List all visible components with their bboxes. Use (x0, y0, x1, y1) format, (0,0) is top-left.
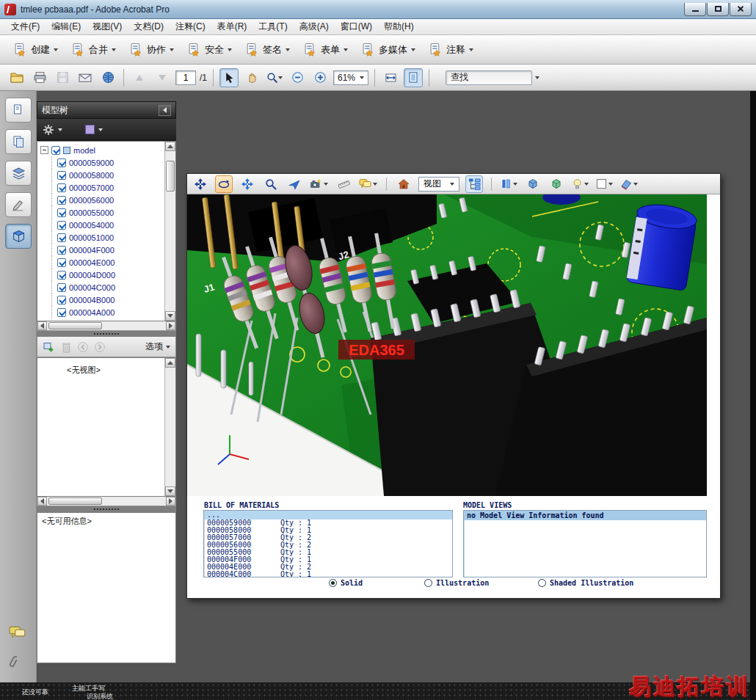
comment-3d-button[interactable] (358, 175, 378, 193)
spin-tool-button[interactable] (215, 175, 233, 193)
gear-icon[interactable] (43, 124, 54, 136)
menu-item[interactable]: 表单(R) (212, 19, 252, 34)
checkbox-checked-icon[interactable] (57, 271, 66, 280)
zoom-tool-button[interactable] (262, 175, 280, 193)
model-tree-item[interactable]: 0000058000 (51, 169, 164, 181)
open-button[interactable] (7, 68, 26, 87)
comments-panel-button[interactable] (9, 625, 26, 640)
pan-tool-button[interactable] (239, 175, 256, 193)
checkbox-checked-icon[interactable] (57, 158, 66, 167)
model-tree-item[interactable]: 0000055000 (51, 206, 164, 219)
page-number-input[interactable] (175, 70, 196, 85)
next-page-button[interactable] (153, 68, 172, 87)
projection-button[interactable] (524, 175, 542, 193)
checkbox-checked-icon[interactable] (57, 308, 66, 317)
signatures-panel-button[interactable] (5, 192, 32, 217)
menu-item[interactable]: 视图(V) (87, 19, 127, 34)
print-button[interactable] (30, 68, 49, 87)
lighting-button[interactable] (571, 175, 589, 193)
scroll-left-button[interactable] (37, 497, 47, 506)
radio-icon[interactable] (538, 579, 546, 587)
hand-tool-button[interactable] (242, 68, 261, 87)
model-tree-item[interactable]: 000004D000 (51, 269, 164, 281)
model-tree-item[interactable]: 000004A000 (51, 306, 164, 318)
model-tree-item[interactable]: 0000056000 (51, 194, 164, 206)
animation-button[interactable] (500, 175, 518, 193)
checkbox-checked-icon[interactable] (57, 246, 66, 255)
viewport-3d[interactable]: J1 J2 (187, 194, 705, 496)
scrollbar-thumb[interactable] (166, 161, 175, 192)
model-tree-item[interactable]: 0000051000 (51, 231, 164, 244)
model-tree-item[interactable]: 0000054000 (51, 219, 164, 231)
checkbox-checked-icon[interactable] (57, 171, 66, 180)
chevron-down-icon[interactable] (58, 128, 62, 131)
scroll-right-button[interactable] (166, 497, 175, 506)
fit-page-button[interactable] (404, 68, 423, 87)
menu-item[interactable]: 帮助(H) (379, 19, 419, 34)
render-mode-button[interactable] (548, 175, 565, 193)
task-toolbar-button[interactable]: 安全 (181, 39, 238, 60)
create-view-icon[interactable] (43, 340, 56, 353)
find-input[interactable] (446, 70, 532, 85)
rotate-tool-button[interactable] (192, 175, 209, 193)
task-toolbar-button[interactable]: 表单 (297, 39, 354, 60)
camera-view-button[interactable] (309, 175, 329, 193)
toggle-model-tree-button[interactable] (465, 175, 483, 193)
model-tree-item[interactable]: 000004F000 (51, 244, 164, 256)
fly-tool-button[interactable] (286, 175, 303, 193)
render-mode-option[interactable]: Solid (329, 579, 363, 587)
scrollbar-thumb[interactable] (48, 322, 102, 329)
render-mode-option[interactable]: Illustration (424, 579, 489, 587)
part-color-swatch[interactable] (85, 125, 95, 134)
delete-view-icon[interactable] (61, 341, 72, 353)
scroll-up-button[interactable] (165, 358, 175, 368)
attachments-panel-button[interactable] (9, 655, 23, 671)
maximize-button[interactable] (707, 3, 729, 16)
checkbox-checked-icon[interactable] (51, 146, 60, 155)
zoom-marquee-button[interactable] (265, 68, 284, 87)
pages-panel-button[interactable] (5, 98, 32, 123)
menu-item[interactable]: 注释(C) (170, 19, 211, 34)
checkbox-checked-icon[interactable] (57, 296, 66, 305)
chevron-down-icon[interactable] (98, 128, 103, 131)
background-color-button[interactable] (595, 175, 614, 193)
menu-item[interactable]: 编辑(E) (46, 19, 86, 34)
zoom-level-dropdown[interactable]: 61% (333, 70, 368, 85)
model-tree-item[interactable]: 000004B000 (51, 294, 164, 306)
panel-splitter[interactable] (37, 506, 176, 512)
menu-item[interactable]: 高级(A) (294, 19, 334, 34)
scroll-up-button[interactable] (165, 142, 175, 151)
next-view-icon[interactable] (94, 341, 106, 353)
bom-list[interactable]: ... 0000059000 Qty : 1 0000058000 (203, 510, 453, 577)
scroll-right-button[interactable] (166, 321, 175, 330)
collapse-panel-button[interactable] (159, 105, 171, 116)
menu-item[interactable]: 文件(F) (6, 19, 45, 34)
model-tree-item[interactable]: 0000057000 (51, 181, 164, 194)
model-tree-root[interactable]: model (40, 144, 164, 156)
checkbox-checked-icon[interactable] (57, 183, 66, 192)
checkbox-checked-icon[interactable] (57, 208, 66, 217)
model-views-list[interactable]: no Model View Information found (463, 510, 707, 577)
panel-splitter[interactable] (37, 331, 176, 337)
menu-item[interactable]: 窗口(W) (335, 19, 377, 34)
task-toolbar-button[interactable]: 签名 (239, 39, 296, 60)
scroll-down-button[interactable] (165, 311, 175, 321)
menu-item[interactable]: 文档(D) (128, 19, 169, 34)
zoom-in-button[interactable] (310, 68, 330, 87)
model-tree-item[interactable]: 000004E000 (51, 256, 164, 269)
measure-tool-button[interactable] (335, 175, 352, 193)
fit-width-button[interactable] (381, 68, 400, 87)
save-button[interactable] (53, 68, 72, 87)
bom-row[interactable]: 000004C000 Qty : 1 (204, 571, 452, 577)
scroll-left-button[interactable] (37, 321, 47, 330)
close-button[interactable] (730, 3, 752, 16)
scrollbar-thumb[interactable] (48, 497, 102, 505)
model-tree-item[interactable]: 0000059000 (51, 156, 164, 169)
task-toolbar-button[interactable]: 多媒体 (355, 39, 421, 60)
thumbnails-panel-button[interactable] (5, 129, 32, 154)
email-button[interactable] (76, 68, 95, 87)
menu-item[interactable]: 工具(T) (253, 19, 292, 34)
render-mode-option[interactable]: Shaded Illustration (538, 579, 633, 587)
default-view-button[interactable] (395, 175, 412, 193)
checkbox-checked-icon[interactable] (57, 258, 66, 267)
